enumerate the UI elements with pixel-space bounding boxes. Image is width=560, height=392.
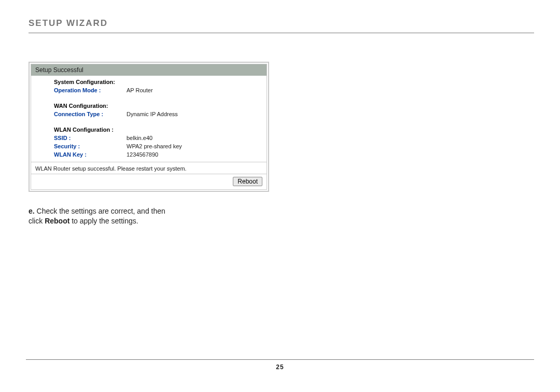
instruction-reboot-word: Reboot	[45, 217, 69, 225]
status-message: WLAN Router setup successful. Please res…	[31, 162, 267, 174]
wlan-key-label: WLAN Key :	[54, 151, 127, 158]
reboot-button[interactable]: Reboot	[233, 177, 262, 186]
operation-mode-label: Operation Mode :	[54, 87, 127, 93]
system-config-block: System Configuration: Operation Mode : A…	[54, 79, 264, 93]
system-config-heading: System Configuration:	[54, 79, 264, 85]
operation-mode-row: Operation Mode : AP Router	[54, 87, 264, 93]
wlan-key-row: WLAN Key : 1234567890	[54, 151, 264, 158]
instruction-bullet: e.	[29, 207, 35, 215]
connection-type-value: Dynamic IP Address	[127, 111, 178, 117]
setup-panel: Setup Successful System Configuration: O…	[29, 62, 269, 192]
security-row: Security : WPA2 pre-shared key	[54, 143, 264, 149]
wlan-config-heading: WLAN Configuration :	[54, 127, 264, 133]
wlan-key-value: 1234567890	[127, 151, 158, 158]
ssid-label: SSID :	[54, 135, 127, 141]
footer-divider	[26, 359, 534, 360]
title-divider	[29, 33, 534, 33]
page-number: 25	[0, 363, 560, 371]
security-value: WPA2 pre-shared key	[127, 143, 182, 149]
ssid-value: belkin.e40	[127, 135, 152, 141]
connection-type-label: Connection Type :	[54, 111, 127, 117]
ssid-row: SSID : belkin.e40	[54, 135, 264, 141]
panel-header: Setup Successful	[31, 64, 267, 76]
instruction-line1: Check the settings are correct, and then	[35, 207, 165, 215]
button-row: Reboot	[31, 174, 267, 189]
connection-type-row: Connection Type : Dynamic IP Address	[54, 111, 264, 117]
wlan-config-block: WLAN Configuration : SSID : belkin.e40 S…	[54, 127, 264, 158]
page-title: Setup Wizard	[29, 18, 534, 29]
panel-body: System Configuration: Operation Mode : A…	[31, 76, 267, 158]
wan-config-heading: WAN Configuration:	[54, 103, 264, 109]
operation-mode-value: AP Router	[127, 87, 153, 93]
instruction-line2-prefix: click	[29, 217, 45, 225]
instruction-text: e. Check the settings are correct, and t…	[29, 206, 534, 226]
wan-config-block: WAN Configuration: Connection Type : Dyn…	[54, 103, 264, 117]
security-label: Security :	[54, 143, 127, 149]
instruction-line2-suffix: to apply the settings.	[69, 217, 138, 225]
